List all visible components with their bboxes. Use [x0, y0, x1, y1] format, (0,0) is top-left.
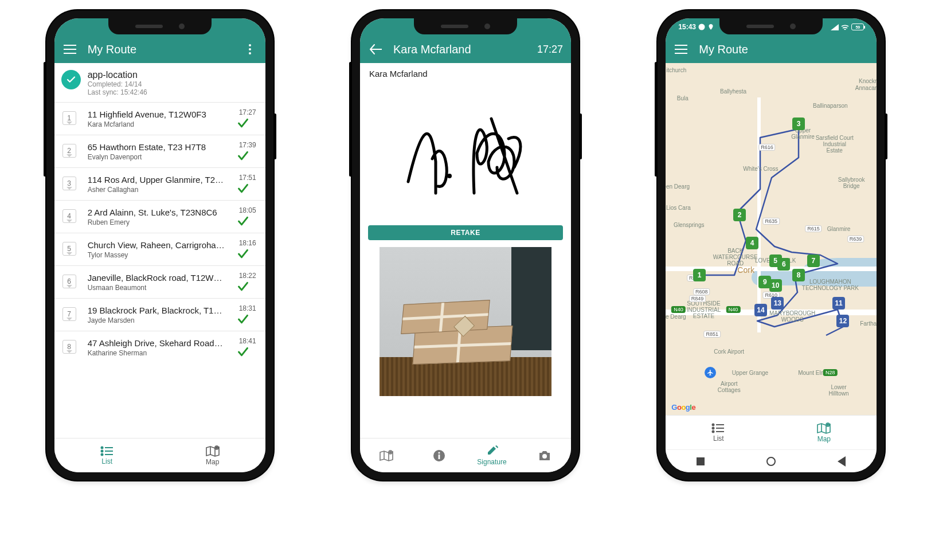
- location-icon: [707, 24, 714, 30]
- nav-list[interactable]: List: [54, 438, 160, 472]
- map-marker[interactable]: 2: [733, 209, 746, 221]
- nav-list[interactable]: List: [666, 416, 771, 449]
- map-label: White's Cross: [743, 166, 778, 172]
- hamburger-icon[interactable]: [62, 42, 77, 57]
- stop-row[interactable]: 42 Ard Alainn, St. Luke's, T23N8C6Ruben …: [54, 200, 265, 233]
- retake-button[interactable]: RETAKE: [368, 225, 563, 240]
- stop-number: 3: [62, 177, 76, 190]
- map-label: Sallybrook Bridge: [838, 177, 865, 189]
- bottom-nav: List Map: [666, 415, 877, 449]
- svg-point-2: [249, 52, 251, 54]
- map-label: SOUTHSIDE INDUSTRIAL ESTATE: [687, 300, 721, 319]
- nav-camera-icon[interactable]: [518, 438, 571, 472]
- svg-point-8: [447, 174, 452, 178]
- nav-signature-label: Signature: [477, 458, 506, 466]
- map-marker[interactable]: 8: [792, 269, 805, 281]
- bottom-nav: List Map: [54, 438, 265, 472]
- map-label: Lower Hilltown: [829, 384, 849, 397]
- svg-point-18: [713, 430, 714, 432]
- stop-row[interactable]: 719 Blackrock Park, Blackrock, T12VY57Ja…: [54, 298, 265, 331]
- stop-row[interactable]: 6Janeville, BlackRock road, T12W2RRUsmaa…: [54, 265, 265, 298]
- back-arrow-icon[interactable]: [368, 42, 383, 57]
- stop-row[interactable]: 111 Highfield Avenue, T12W0F3Kara Mcfarl…: [54, 102, 265, 135]
- svg-point-3: [101, 447, 103, 448]
- stop-address: Janeville, BlackRock road, T12W2RR: [88, 273, 225, 283]
- svg-point-1: [249, 48, 251, 50]
- map-marker[interactable]: 1: [693, 269, 706, 281]
- phone-frame-list: My Route app-location Completed: 14/14 L…: [46, 10, 273, 480]
- stop-address: 19 Blackrock Park, Blackrock, T12VY57: [88, 306, 225, 315]
- road-badge: R615: [805, 225, 822, 232]
- phone-frame-signature: Kara Mcfarland 17:27 Kara Mcfarland RETA…: [352, 10, 579, 480]
- back-icon[interactable]: [838, 456, 846, 467]
- map-marker[interactable]: 4: [746, 237, 758, 249]
- map-label: Ballyhesta: [720, 88, 746, 95]
- nav-list-label: List: [101, 457, 112, 465]
- stop-person: Asher Callaghan: [88, 186, 231, 194]
- route-completed: Completed: 14/14: [88, 80, 147, 88]
- map-marker[interactable]: 10: [769, 279, 782, 292]
- svg-point-10: [390, 451, 392, 453]
- map-marker[interactable]: 14: [754, 304, 767, 316]
- map-marker[interactable]: 7: [807, 254, 820, 267]
- stop-address: 2 Ard Alainn, St. Luke's, T23N8C6: [88, 207, 225, 217]
- road-badge: N40: [671, 306, 686, 313]
- nav-map[interactable]: Map: [160, 438, 265, 472]
- map-label: Glensprings: [674, 222, 704, 228]
- road-badge: R851: [704, 331, 721, 338]
- stop-time: 17:39: [237, 141, 256, 149]
- wifi-icon: [841, 24, 849, 30]
- stop-person: Kara Mcfarland: [88, 120, 231, 128]
- appbar-title: Kara Mcfarland: [393, 43, 527, 56]
- android-statusbar: 15:43 59: [678, 22, 864, 32]
- signature-pad[interactable]: [360, 84, 571, 222]
- map-marker[interactable]: 13: [771, 297, 784, 310]
- stop-row[interactable]: 265 Hawthorn Estate, T23 H7T8Evalyn Dave…: [54, 135, 265, 167]
- svg-point-15: [699, 24, 705, 30]
- road-badge: R635: [763, 218, 780, 225]
- map-label: Fartha: [860, 320, 877, 327]
- home-icon[interactable]: [766, 457, 776, 466]
- map-label: itchurch: [666, 67, 686, 73]
- stop-person: Jayde Marsden: [88, 316, 231, 324]
- stop-row[interactable]: 5Church View, Raheen, Carrigrohane, Co..…: [54, 233, 265, 265]
- nav-map-label: Map: [817, 435, 831, 443]
- stop-time: 18:22: [237, 272, 256, 280]
- stop-number: 4: [62, 209, 76, 223]
- nav-signature[interactable]: Signature: [466, 438, 518, 472]
- map-marker[interactable]: 6: [777, 258, 790, 271]
- stop-row[interactable]: 847 Ashleigh Drive, Skehard Road, T12 X.…: [54, 331, 265, 363]
- stop-person: Usmaan Beaumont: [88, 284, 231, 292]
- svg-point-16: [713, 424, 714, 425]
- hamburger-icon[interactable]: [674, 42, 689, 57]
- map-label: Ballinaparson: [813, 102, 848, 108]
- overflow-icon[interactable]: [242, 42, 257, 57]
- android-navbar: [666, 449, 877, 472]
- stop-address: 47 Ashleigh Drive, Skehard Road, T12 X..…: [88, 338, 225, 348]
- delivery-photo[interactable]: [380, 247, 551, 396]
- map-label: Cork: [737, 267, 754, 275]
- svg-rect-13: [439, 455, 440, 459]
- stops-list[interactable]: 111 Highfield Avenue, T12W0F3Kara Mcfarl…: [54, 102, 265, 438]
- map-marker[interactable]: 12: [836, 315, 849, 327]
- route-complete-icon: [61, 70, 81, 89]
- road-badge: N28: [823, 369, 838, 376]
- nav-map-label: Map: [206, 458, 219, 466]
- map-marker[interactable]: 3: [792, 118, 805, 130]
- stop-address: 114 Ros Ard, Upper Glanmire, T23 AK80: [88, 175, 225, 185]
- stop-number: 1: [62, 111, 76, 125]
- signal-icon: [831, 24, 839, 30]
- route-name: app-location: [88, 70, 147, 80]
- nav-info-icon[interactable]: [413, 438, 466, 472]
- airport-icon: [705, 367, 716, 378]
- route-summary[interactable]: app-location Completed: 14/14 Last sync:…: [54, 63, 265, 102]
- stop-row[interactable]: 3114 Ros Ard, Upper Glanmire, T23 AK80As…: [54, 167, 265, 200]
- nav-map[interactable]: Map: [771, 416, 877, 449]
- stop-time: 18:31: [237, 304, 256, 312]
- battery-icon: 59: [851, 24, 864, 30]
- map-marker[interactable]: 11: [832, 297, 845, 310]
- nav-map-icon[interactable]: [360, 438, 413, 472]
- map-canvas[interactable]: itchurchBulaBallyhestaAnnacartoBallinapa…: [666, 63, 877, 415]
- recent-apps-icon[interactable]: [697, 457, 705, 465]
- svg-point-5: [101, 453, 103, 455]
